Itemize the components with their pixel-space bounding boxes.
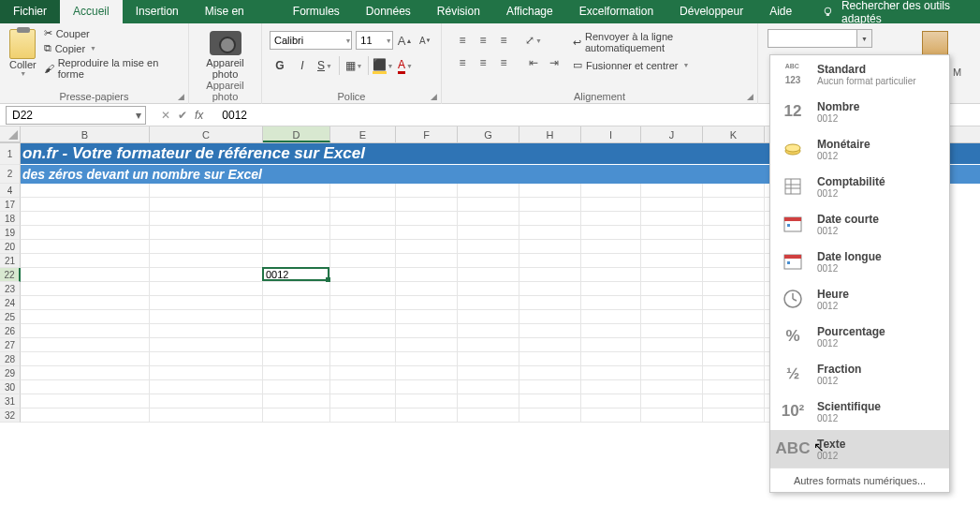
cell-K28[interactable] xyxy=(703,352,765,366)
increase-indent-button[interactable]: ⇥ xyxy=(545,53,563,72)
row-header-1[interactable]: 1 xyxy=(0,143,21,165)
cell-C22[interactable] xyxy=(150,268,263,282)
cell-H17[interactable] xyxy=(519,198,581,212)
cell-I32[interactable] xyxy=(581,408,641,423)
cell-J27[interactable] xyxy=(641,338,703,352)
cell-J20[interactable] xyxy=(641,240,703,254)
cell-H19[interactable] xyxy=(519,226,581,240)
copy-button[interactable]: ⧉Copier▼ xyxy=(44,42,183,54)
select-all-corner[interactable] xyxy=(0,126,21,142)
col-header-G[interactable]: G xyxy=(458,126,519,142)
cell-J30[interactable] xyxy=(641,380,703,394)
paste-button[interactable]: Coller ▼ xyxy=(6,27,40,91)
row-header-20[interactable]: 20 xyxy=(0,240,21,254)
col-header-I[interactable]: I xyxy=(581,126,641,142)
cell-J4[interactable] xyxy=(641,184,703,198)
cell-G31[interactable] xyxy=(458,394,519,408)
row-header-32[interactable]: 32 xyxy=(0,408,21,423)
cell-I24[interactable] xyxy=(581,296,641,310)
cell-I20[interactable] xyxy=(581,240,641,254)
cell-K32[interactable] xyxy=(703,408,765,423)
row-header-23[interactable]: 23 xyxy=(0,282,21,296)
cell-C24[interactable] xyxy=(150,296,263,310)
align-right-button[interactable]: ≡ xyxy=(494,53,513,72)
row-header-18[interactable]: 18 xyxy=(0,212,21,226)
cell-F26[interactable] xyxy=(396,324,458,338)
fmt-option-scientifique[interactable]: 10²Scientifique0012 xyxy=(770,393,949,430)
cell-K24[interactable] xyxy=(703,296,765,310)
cell-B26[interactable] xyxy=(21,324,150,338)
tab-help[interactable]: Aide xyxy=(756,0,805,23)
cell-I21[interactable] xyxy=(581,254,641,268)
tab-developer[interactable]: Développeur xyxy=(666,0,756,23)
cell-H28[interactable] xyxy=(519,352,581,366)
cell-B32[interactable] xyxy=(21,408,150,423)
cell-F17[interactable] xyxy=(396,198,458,212)
cell-C28[interactable] xyxy=(150,352,263,366)
cut-button[interactable]: ✂Couper xyxy=(44,27,183,39)
fmt-option-pourcentage[interactable]: %Pourcentage0012 xyxy=(770,318,949,355)
fmt-option-fraction[interactable]: ½Fraction0012 xyxy=(770,355,949,393)
cell-E28[interactable] xyxy=(330,352,396,366)
cell-G19[interactable] xyxy=(458,226,519,240)
cell-J32[interactable] xyxy=(641,408,703,423)
cell-J18[interactable] xyxy=(641,212,703,226)
cell-K22[interactable] xyxy=(703,268,765,282)
orientation-button[interactable]: ⤢▼ xyxy=(524,31,543,50)
cell-G28[interactable] xyxy=(458,352,519,366)
cell-F24[interactable] xyxy=(396,296,458,310)
cell-I19[interactable] xyxy=(581,226,641,240)
cell-G17[interactable] xyxy=(458,198,519,212)
cell-D27[interactable] xyxy=(263,338,330,352)
cell-C27[interactable] xyxy=(150,338,263,352)
cell-H26[interactable] xyxy=(519,324,581,338)
cell-I22[interactable] xyxy=(581,268,641,282)
cell-F23[interactable] xyxy=(396,282,458,296)
tab-data[interactable]: Données xyxy=(353,0,424,23)
cell-D19[interactable] xyxy=(263,226,330,240)
cell-B28[interactable] xyxy=(21,352,150,366)
row-header-27[interactable]: 27 xyxy=(0,338,21,352)
row-header-25[interactable]: 25 xyxy=(0,310,21,324)
col-header-E[interactable]: E xyxy=(330,126,396,142)
cell-C25[interactable] xyxy=(150,310,263,324)
cell-B21[interactable] xyxy=(21,254,150,268)
cell-F22[interactable] xyxy=(396,268,458,282)
cell-G18[interactable] xyxy=(458,212,519,226)
cell-J22[interactable] xyxy=(641,268,703,282)
cell-G23[interactable] xyxy=(458,282,519,296)
dialog-launcher-icon[interactable]: ◢ xyxy=(744,91,755,102)
row-header-29[interactable]: 29 xyxy=(0,366,21,380)
chevron-down-icon[interactable]: ▼ xyxy=(385,37,392,44)
cell-I27[interactable] xyxy=(581,338,641,352)
border-button[interactable]: ▦▼ xyxy=(344,55,364,76)
cell-K25[interactable] xyxy=(703,310,765,324)
cell-K27[interactable] xyxy=(703,338,765,352)
cell-D22[interactable]: 0012 xyxy=(263,268,330,282)
chevron-down-icon[interactable]: ▼ xyxy=(344,37,351,44)
cell-E30[interactable] xyxy=(330,380,396,394)
cell-F4[interactable] xyxy=(396,184,458,198)
dialog-launcher-icon[interactable]: ◢ xyxy=(428,91,439,102)
cancel-icon[interactable]: ✕ xyxy=(161,109,170,122)
cell-E17[interactable] xyxy=(330,198,396,212)
cell-K29[interactable] xyxy=(703,366,765,380)
enter-icon[interactable]: ✔ xyxy=(178,109,187,122)
cell-C30[interactable] xyxy=(150,380,263,394)
cell-B18[interactable] xyxy=(21,212,150,226)
cell-G24[interactable] xyxy=(458,296,519,310)
bold-button[interactable]: G xyxy=(270,55,290,76)
row-header-4[interactable]: 4 xyxy=(0,184,21,198)
col-header-B[interactable]: B xyxy=(21,126,150,142)
cell-H27[interactable] xyxy=(519,338,581,352)
cell-F20[interactable] xyxy=(396,240,458,254)
cell-G29[interactable] xyxy=(458,366,519,380)
underline-button[interactable]: S▼ xyxy=(314,55,335,76)
cell-B20[interactable] xyxy=(21,240,150,254)
dialog-launcher-icon[interactable]: ◢ xyxy=(175,91,186,102)
cell-H31[interactable] xyxy=(519,394,581,408)
cell-B19[interactable] xyxy=(21,226,150,240)
tab-home[interactable]: Accueil xyxy=(60,0,123,23)
cell-D21[interactable] xyxy=(263,254,330,268)
row-header-21[interactable]: 21 xyxy=(0,254,21,268)
